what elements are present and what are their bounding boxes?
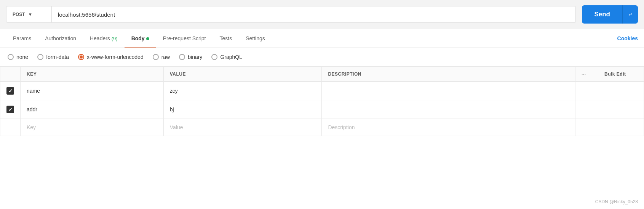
row3-checkbox-cell (0, 119, 21, 136)
tab-bar: Params Authorization Headers (9) Body Pr… (0, 29, 644, 48)
radio-raw-label: raw (161, 54, 170, 60)
row3-more (575, 119, 598, 136)
url-input[interactable] (52, 6, 576, 23)
col-header-more[interactable]: ··· (575, 67, 598, 82)
row1-key[interactable]: name (21, 82, 164, 100)
send-dropdown-button[interactable]: ⤶ (622, 5, 638, 24)
table-row-placeholder: Key Value Description (0, 119, 644, 136)
tab-params[interactable]: Params (6, 29, 38, 48)
row2-value[interactable]: bj (163, 100, 322, 119)
tab-body[interactable]: Body (125, 29, 156, 48)
tab-pre-request[interactable]: Pre-request Script (156, 29, 213, 48)
col-header-bulk-edit[interactable]: Bulk Edit (598, 67, 644, 82)
body-type-bar: none form-data x-www-form-urlencoded raw… (0, 48, 644, 66)
radio-binary[interactable]: binary (179, 54, 202, 60)
radio-raw[interactable]: raw (153, 54, 170, 60)
row2-bulk (598, 100, 644, 119)
radio-binary-label: binary (188, 54, 202, 60)
col-header-description: DESCRIPTION (322, 67, 575, 82)
row1-checkbox[interactable] (6, 87, 14, 95)
tab-tests[interactable]: Tests (213, 29, 239, 48)
params-table: KEY VALUE DESCRIPTION ··· Bulk Edit name… (0, 66, 644, 136)
tab-settings[interactable]: Settings (239, 29, 272, 48)
row1-bulk (598, 82, 644, 100)
key-placeholder: Key (27, 124, 36, 130)
send-button[interactable]: Send (582, 5, 622, 24)
row1-more (575, 82, 598, 100)
radio-raw-circle (153, 54, 159, 60)
row2-checkbox[interactable] (6, 106, 14, 113)
cookies-link[interactable]: Cookies (617, 29, 638, 48)
col-header-key: KEY (21, 67, 164, 82)
radio-binary-circle (179, 54, 185, 60)
tab-authorization[interactable]: Authorization (38, 29, 83, 48)
headers-badge: (9) (112, 36, 118, 41)
row2-description[interactable] (322, 100, 575, 119)
radio-none-label: none (16, 54, 28, 60)
tab-headers[interactable]: Headers (9) (83, 29, 125, 48)
radio-graphql-circle (211, 54, 217, 60)
table-row: name zcy (0, 82, 644, 100)
row2-checkbox-cell[interactable] (0, 100, 21, 119)
radio-graphql[interactable]: GraphQL (211, 54, 242, 60)
row3-key[interactable]: Key (21, 119, 164, 136)
radio-urlencoded[interactable]: x-www-form-urlencoded (78, 54, 144, 60)
col-header-value: VALUE (163, 67, 322, 82)
radio-form-data[interactable]: form-data (37, 54, 69, 60)
row1-checkbox-cell[interactable] (0, 82, 21, 100)
col-header-checkbox (0, 67, 21, 82)
method-select[interactable]: POST ▾ (6, 6, 52, 23)
row3-description[interactable]: Description (322, 119, 575, 136)
watermark: CSDN @Ricky_0528 (595, 199, 638, 204)
radio-urlencoded-label: x-www-form-urlencoded (87, 54, 144, 60)
body-active-dot (146, 37, 149, 40)
method-label: POST (13, 12, 25, 17)
send-button-group: Send ⤶ (582, 5, 638, 24)
radio-none-circle (8, 54, 14, 60)
radio-form-data-circle (37, 54, 43, 60)
radio-form-data-label: form-data (46, 54, 69, 60)
row3-value[interactable]: Value (163, 119, 322, 136)
radio-urlencoded-circle (78, 54, 84, 60)
value-placeholder: Value (170, 124, 183, 130)
row1-description[interactable] (322, 82, 575, 100)
radio-none[interactable]: none (8, 54, 28, 60)
row2-key[interactable]: addr (21, 100, 164, 119)
row1-value[interactable]: zcy (163, 82, 322, 100)
description-placeholder: Description (328, 124, 355, 130)
table-row: addr bj (0, 100, 644, 119)
url-bar: POST ▾ Send ⤶ (0, 0, 644, 29)
row3-bulk (598, 119, 644, 136)
row2-more (575, 100, 598, 119)
radio-graphql-label: GraphQL (220, 54, 242, 60)
method-chevron-icon: ▾ (29, 12, 31, 17)
